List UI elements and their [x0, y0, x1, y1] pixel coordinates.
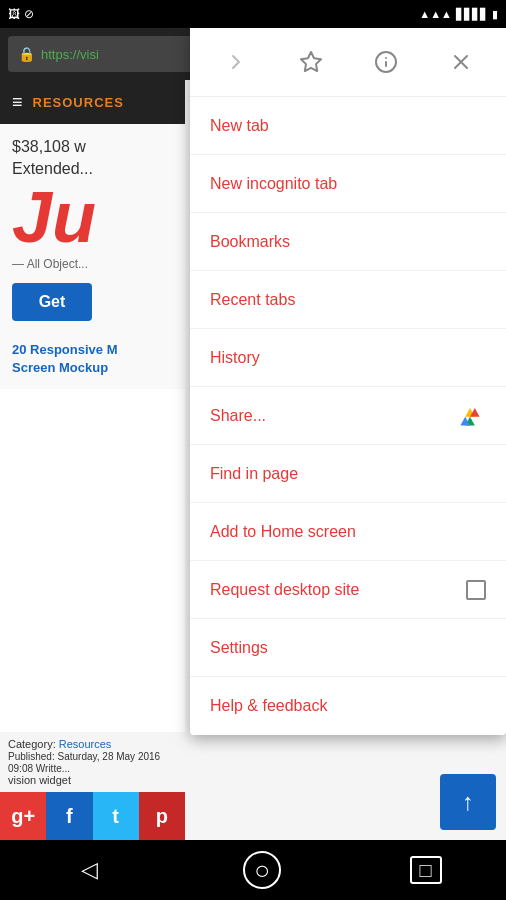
settings-label: Settings: [210, 639, 268, 657]
resources-label: RESOURCES: [33, 95, 124, 110]
social-bar: g+ f t p: [0, 792, 185, 840]
bars-icon: ▋▋▋▋: [456, 8, 488, 21]
forward-button[interactable]: [214, 40, 258, 84]
status-bar: 🖼 ⊘ ▲▲▲ ▋▋▋▋ ▮: [0, 0, 506, 28]
vision-text: vision widget: [8, 774, 71, 786]
forward-icon: [224, 50, 248, 74]
desktop-site-checkbox[interactable]: [466, 580, 486, 600]
new-tab-label: New tab: [210, 117, 269, 135]
new-incognito-tab-label: New incognito tab: [210, 175, 337, 193]
help-feedback-label: Help & feedback: [210, 697, 327, 715]
menu-item-settings[interactable]: Settings: [190, 619, 506, 677]
bookmarks-label: Bookmarks: [210, 233, 290, 251]
get-button[interactable]: Get: [12, 283, 92, 321]
lock-icon: 🔒: [18, 46, 35, 62]
history-label: History: [210, 349, 260, 367]
google-plus-icon[interactable]: g+: [0, 792, 46, 840]
close-icon: [449, 50, 473, 74]
content-body: $38,108 w Extended... Ju — All Object...…: [0, 124, 185, 389]
info-button[interactable]: [364, 40, 408, 84]
menu-item-help-feedback[interactable]: Help & feedback: [190, 677, 506, 735]
menu-item-request-desktop-site[interactable]: Request desktop site: [190, 561, 506, 619]
menu-item-recent-tabs[interactable]: Recent tabs: [190, 271, 506, 329]
menu-item-find-in-page[interactable]: Find in page: [190, 445, 506, 503]
block-status-icon: ⊘: [24, 7, 34, 21]
all-object-text: — All Object...: [12, 257, 173, 271]
content-header: ≡ RESOURCES: [0, 80, 185, 124]
add-to-home-screen-label: Add to Home screen: [210, 523, 356, 541]
find-in-page-label: Find in page: [210, 465, 298, 483]
url-text: https://visi: [41, 47, 99, 62]
menu-item-new-tab[interactable]: New tab: [190, 97, 506, 155]
category-bar: Category: Resources Published: Saturday,…: [0, 732, 185, 792]
star-icon: [299, 50, 323, 74]
share-label: Share...: [210, 407, 266, 425]
signal-icon: ▲▲▲: [419, 8, 452, 20]
drive-icon-container: [454, 402, 486, 430]
menu-item-new-incognito-tab[interactable]: New incognito tab: [190, 155, 506, 213]
menu-item-add-to-home-screen[interactable]: Add to Home screen: [190, 503, 506, 561]
menu-item-bookmarks[interactable]: Bookmarks: [190, 213, 506, 271]
pinterest-icon[interactable]: p: [139, 792, 185, 840]
bookmark-button[interactable]: [289, 40, 333, 84]
request-desktop-site-label: Request desktop site: [210, 581, 359, 599]
category-text: Category:: [8, 738, 59, 750]
facebook-icon[interactable]: f: [46, 792, 92, 840]
dropdown-overlay: New tab New incognito tab Bookmarks Rece…: [190, 28, 506, 900]
twitter-icon[interactable]: t: [93, 792, 139, 840]
battery-icon: ▮: [492, 8, 498, 21]
recent-tabs-label: Recent tabs: [210, 291, 295, 309]
dropdown-menu: New tab New incognito tab Bookmarks Rece…: [190, 28, 506, 735]
hamburger-icon: ≡: [12, 92, 23, 113]
status-left-icons: 🖼 ⊘: [8, 7, 34, 21]
published-text: Published: Saturday, 28 May 2016 09:08 W…: [8, 751, 160, 774]
mockup-link[interactable]: 20 Responsive MScreen Mockup: [12, 341, 173, 377]
menu-item-share[interactable]: Share...: [190, 387, 506, 445]
back-button[interactable]: ◁: [64, 845, 114, 895]
svg-marker-0: [301, 52, 321, 71]
big-letter: Ju: [12, 181, 173, 253]
status-right-icons: ▲▲▲ ▋▋▋▋ ▮: [419, 8, 498, 21]
info-icon: [374, 50, 398, 74]
drive-icon: [454, 402, 486, 430]
category-link[interactable]: Resources: [59, 738, 112, 750]
menu-item-history[interactable]: History: [190, 329, 506, 387]
close-button[interactable]: [439, 40, 483, 84]
browser-content: ≡ RESOURCES $38,108 w Extended... Ju — A…: [0, 80, 185, 840]
image-status-icon: 🖼: [8, 7, 20, 21]
menu-toolbar: [190, 28, 506, 97]
price-text: $38,108 w: [12, 136, 173, 158]
